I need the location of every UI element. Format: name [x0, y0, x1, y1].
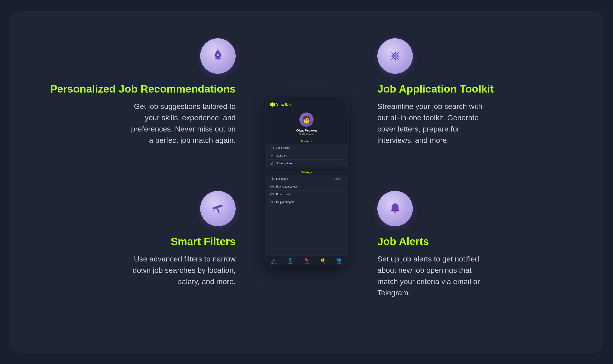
- menu-item-payment[interactable]: Payment methods ›: [266, 183, 347, 191]
- menu-item-language[interactable]: Language English ›: [266, 175, 347, 183]
- feature-personalized-jobs: Personalized Job Recommendations Get job…: [37, 29, 249, 182]
- profile-section: 🧑 Olga Petrova Joined 24.07.24: [266, 109, 347, 138]
- earn-nav-label: Earn: [321, 262, 325, 264]
- help-label: Help & support: [276, 201, 342, 204]
- smartlia-logo: SmartLia: [270, 102, 291, 107]
- svg-point-13: [394, 203, 396, 204]
- rocket-icon: [210, 48, 226, 64]
- feature-grid: Personalized Job Recommendations Get job…: [10, 12, 603, 352]
- svg-marker-3: [271, 162, 274, 165]
- svg-rect-2: [271, 147, 274, 149]
- plane-icon: [210, 201, 226, 216]
- arrow-icon-4: ›: [342, 178, 343, 180]
- statistics-label: Statistics: [276, 154, 342, 157]
- personalized-jobs-desc: Get job suggestions tailored to your ski…: [125, 101, 236, 146]
- alerts-desc: Set up job alerts to get notified about …: [377, 253, 488, 299]
- globe-icon: [270, 177, 274, 181]
- phone-header: SmartLia: [266, 98, 347, 109]
- account-section-title: Account: [266, 138, 347, 144]
- chart-icon: [270, 154, 274, 157]
- card-icon: [270, 185, 274, 188]
- profile-name: Olga Petrova: [296, 129, 317, 132]
- saved-nav-icon: 🔖: [304, 258, 309, 262]
- nav-invite[interactable]: 👥 Invite: [331, 258, 347, 264]
- avatar: 🧑: [300, 113, 313, 127]
- arrow-icon-5: ›: [342, 185, 343, 188]
- settings-section-title: Settings: [266, 169, 347, 175]
- logo-icon: [270, 102, 275, 107]
- feature-alerts: Job Alerts Set up job alerts to get noti…: [364, 182, 576, 335]
- arrow-icon-2: ›: [342, 154, 343, 157]
- toolkit-title: Job Application Toolkit: [377, 83, 494, 95]
- app-name-label: SmartLia: [276, 103, 291, 106]
- invite-nav-icon: 👥: [337, 258, 341, 262]
- menu-item-statistics[interactable]: Statistics ›: [266, 152, 347, 160]
- plane-icon-circle: [200, 191, 236, 226]
- avatar-image: 🧑: [302, 115, 311, 124]
- profile-nav-icon: 👤: [288, 258, 293, 262]
- phone-mockup: SmartLia 🧑 Olga Petrova Joined 24.07.24 …: [265, 98, 348, 266]
- gear-icon-circle: [377, 38, 413, 74]
- feature-toolkit: Job Application Toolkit Streamline your …: [364, 29, 576, 182]
- arrow-icon-6: ›: [342, 193, 343, 196]
- svg-rect-11: [391, 210, 399, 211]
- svg-point-0: [217, 53, 219, 56]
- toolkit-desc: Streamline your job search with our all-…: [377, 101, 488, 146]
- menu-item-promo[interactable]: Promo code ›: [266, 191, 347, 198]
- nav-earn[interactable]: 💰 Earn: [315, 258, 331, 264]
- home-nav-label: Home: [272, 262, 277, 264]
- bell-icon: [387, 201, 403, 216]
- invite-nav-label: Invite: [337, 262, 341, 264]
- star-icon: [270, 162, 274, 165]
- menu-item-help[interactable]: Help & support ›: [266, 198, 347, 206]
- promo-label: Promo code: [276, 193, 342, 196]
- gear-icon: [387, 48, 403, 64]
- language-label: Language: [276, 177, 332, 181]
- job-profiles-label: Job Profiles: [276, 146, 342, 149]
- nav-profile[interactable]: 👤 Profile: [282, 258, 298, 264]
- nav-saved[interactable]: 🔖 Saved: [298, 258, 314, 264]
- arrow-icon: ›: [342, 147, 343, 149]
- language-value: English: [332, 178, 340, 180]
- phone-showcase-area: SmartLia 🧑 Olga Petrova Joined 24.07.24 …: [249, 29, 364, 335]
- profile-joined: Joined 24.07.24: [299, 133, 314, 135]
- briefcase-icon: [270, 146, 274, 150]
- svg-point-1: [217, 49, 219, 51]
- personalized-jobs-title: Personalized Job Recommendations: [50, 83, 236, 95]
- arrow-icon-7: ›: [342, 201, 343, 204]
- menu-item-subscriptions[interactable]: Subscriptions ›: [266, 160, 347, 167]
- gift-icon: [270, 193, 274, 196]
- smart-filters-title: Smart Filters: [171, 235, 236, 248]
- phone-body: 🧑 Olga Petrova Joined 24.07.24 Account J…: [266, 109, 347, 266]
- smart-filters-desc: Use advanced filters to narrow down job …: [125, 253, 236, 287]
- svg-point-10: [394, 55, 396, 57]
- main-container: Personalized Job Recommendations Get job…: [10, 12, 603, 352]
- saved-nav-label: Saved: [304, 262, 309, 264]
- alerts-title: Job Alerts: [377, 235, 429, 248]
- feature-smart-filters: Smart Filters Use advanced filters to na…: [37, 182, 249, 335]
- subscriptions-label: Subscriptions: [276, 162, 342, 165]
- nav-home[interactable]: ⌂ Home: [266, 258, 282, 264]
- payment-label: Payment methods: [276, 185, 342, 188]
- profile-nav-label: Profile: [287, 262, 293, 264]
- menu-item-job-profiles[interactable]: Job Profiles ›: [266, 144, 347, 152]
- rocket-icon-circle: [200, 38, 236, 74]
- svg-point-12: [394, 211, 396, 213]
- arrow-icon-3: ›: [342, 162, 343, 165]
- svg-rect-5: [271, 186, 274, 188]
- headset-icon: [270, 200, 274, 204]
- home-nav-icon: ⌂: [273, 258, 275, 261]
- earn-nav-icon: 💰: [320, 258, 325, 262]
- bell-icon-circle: [377, 191, 413, 226]
- bottom-navigation: ⌂ Home 👤 Profile 🔖 Saved 💰: [266, 256, 347, 266]
